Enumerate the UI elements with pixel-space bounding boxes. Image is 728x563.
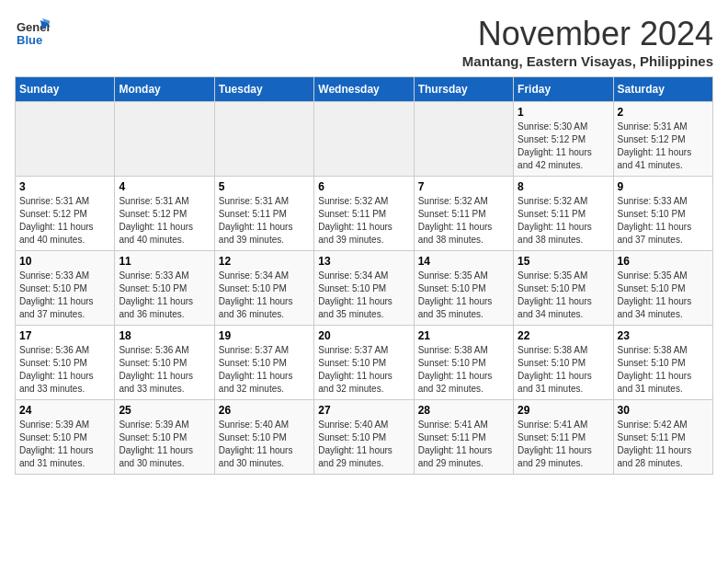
day-info: Sunrise: 5:41 AMSunset: 5:11 PMDaylight:… — [518, 419, 609, 470]
calendar-week-row: 17Sunrise: 5:36 AMSunset: 5:10 PMDayligh… — [16, 326, 713, 400]
calendar-week-row: 1Sunrise: 5:30 AMSunset: 5:12 PMDaylight… — [16, 102, 713, 177]
day-info: Sunrise: 5:40 AMSunset: 5:10 PMDaylight:… — [318, 419, 409, 470]
calendar-day-cell — [16, 102, 115, 177]
calendar-day-cell: 2Sunrise: 5:31 AMSunset: 5:12 PMDaylight… — [613, 102, 712, 177]
logo: General Blue — [15, 15, 50, 50]
day-info: Sunrise: 5:32 AMSunset: 5:11 PMDaylight:… — [518, 195, 609, 247]
calendar-table: SundayMondayTuesdayWednesdayThursdayFrid… — [15, 76, 713, 475]
day-info: Sunrise: 5:35 AMSunset: 5:10 PMDaylight:… — [618, 270, 709, 321]
calendar-day-cell: 16Sunrise: 5:35 AMSunset: 5:10 PMDayligh… — [613, 251, 712, 326]
calendar-day-cell: 9Sunrise: 5:33 AMSunset: 5:10 PMDaylight… — [613, 177, 712, 251]
calendar-day-cell: 29Sunrise: 5:41 AMSunset: 5:11 PMDayligh… — [514, 400, 613, 475]
day-number: 10 — [19, 255, 110, 268]
day-number: 18 — [119, 329, 210, 342]
calendar-day-cell: 24Sunrise: 5:39 AMSunset: 5:10 PMDayligh… — [16, 400, 115, 475]
location-subtitle: Mantang, Eastern Visayas, Philippines — [462, 53, 713, 69]
day-number: 5 — [219, 180, 310, 193]
day-info: Sunrise: 5:31 AMSunset: 5:12 PMDaylight:… — [618, 121, 709, 172]
day-info: Sunrise: 5:33 AMSunset: 5:10 PMDaylight:… — [119, 270, 210, 321]
calendar-day-cell: 25Sunrise: 5:39 AMSunset: 5:10 PMDayligh… — [115, 400, 214, 475]
calendar-day-cell: 27Sunrise: 5:40 AMSunset: 5:10 PMDayligh… — [314, 400, 414, 475]
day-number: 28 — [418, 404, 509, 417]
calendar-day-cell: 21Sunrise: 5:38 AMSunset: 5:10 PMDayligh… — [414, 326, 513, 400]
day-number: 8 — [518, 180, 609, 193]
calendar-day-cell — [115, 102, 214, 177]
day-info: Sunrise: 5:40 AMSunset: 5:10 PMDaylight:… — [219, 419, 310, 470]
day-info: Sunrise: 5:36 AMSunset: 5:10 PMDaylight:… — [119, 344, 210, 396]
day-info: Sunrise: 5:31 AMSunset: 5:12 PMDaylight:… — [19, 195, 110, 247]
day-number: 27 — [318, 404, 409, 417]
calendar-day-cell: 1Sunrise: 5:30 AMSunset: 5:12 PMDaylight… — [514, 102, 613, 177]
day-number: 4 — [119, 180, 210, 193]
calendar-day-cell: 15Sunrise: 5:35 AMSunset: 5:10 PMDayligh… — [514, 251, 613, 326]
day-number: 1 — [518, 106, 609, 119]
day-number: 23 — [618, 329, 709, 342]
calendar-day-cell: 12Sunrise: 5:34 AMSunset: 5:10 PMDayligh… — [214, 251, 313, 326]
day-info: Sunrise: 5:37 AMSunset: 5:10 PMDaylight:… — [318, 344, 409, 396]
calendar-header-row: SundayMondayTuesdayWednesdayThursdayFrid… — [16, 77, 713, 102]
calendar-day-cell: 30Sunrise: 5:42 AMSunset: 5:11 PMDayligh… — [613, 400, 712, 475]
calendar-day-cell: 14Sunrise: 5:35 AMSunset: 5:10 PMDayligh… — [414, 251, 513, 326]
day-number: 21 — [418, 329, 509, 342]
col-header-wednesday: Wednesday — [314, 77, 414, 102]
day-info: Sunrise: 5:35 AMSunset: 5:10 PMDaylight:… — [418, 270, 509, 321]
month-title: November 2024 — [462, 15, 713, 53]
calendar-day-cell: 28Sunrise: 5:41 AMSunset: 5:11 PMDayligh… — [414, 400, 513, 475]
day-number: 29 — [518, 404, 609, 417]
calendar-day-cell: 19Sunrise: 5:37 AMSunset: 5:10 PMDayligh… — [214, 326, 313, 400]
day-number: 13 — [318, 255, 409, 268]
day-number: 6 — [318, 180, 409, 193]
day-number: 3 — [19, 180, 110, 193]
day-info: Sunrise: 5:33 AMSunset: 5:10 PMDaylight:… — [618, 195, 709, 247]
calendar-day-cell: 11Sunrise: 5:33 AMSunset: 5:10 PMDayligh… — [115, 251, 214, 326]
day-info: Sunrise: 5:38 AMSunset: 5:10 PMDaylight:… — [418, 344, 509, 396]
logo-icon: General Blue — [15, 15, 50, 50]
calendar-day-cell: 4Sunrise: 5:31 AMSunset: 5:12 PMDaylight… — [115, 177, 214, 251]
day-info: Sunrise: 5:32 AMSunset: 5:11 PMDaylight:… — [318, 195, 409, 247]
page-header: General Blue November 2024 Mantang, East… — [15, 15, 713, 69]
day-number: 7 — [418, 180, 509, 193]
day-number: 12 — [219, 255, 310, 268]
day-info: Sunrise: 5:39 AMSunset: 5:10 PMDaylight:… — [19, 419, 110, 470]
calendar-day-cell: 23Sunrise: 5:38 AMSunset: 5:10 PMDayligh… — [613, 326, 712, 400]
calendar-week-row: 10Sunrise: 5:33 AMSunset: 5:10 PMDayligh… — [16, 251, 713, 326]
day-info: Sunrise: 5:30 AMSunset: 5:12 PMDaylight:… — [518, 121, 609, 172]
day-number: 25 — [119, 404, 210, 417]
day-info: Sunrise: 5:38 AMSunset: 5:10 PMDaylight:… — [518, 344, 609, 396]
day-info: Sunrise: 5:34 AMSunset: 5:10 PMDaylight:… — [318, 270, 409, 321]
day-number: 20 — [318, 329, 409, 342]
day-number: 26 — [219, 404, 310, 417]
day-number: 2 — [618, 106, 709, 119]
day-info: Sunrise: 5:33 AMSunset: 5:10 PMDaylight:… — [19, 270, 110, 321]
day-info: Sunrise: 5:35 AMSunset: 5:10 PMDaylight:… — [518, 270, 609, 321]
calendar-day-cell — [414, 102, 513, 177]
calendar-day-cell: 20Sunrise: 5:37 AMSunset: 5:10 PMDayligh… — [314, 326, 414, 400]
calendar-day-cell: 17Sunrise: 5:36 AMSunset: 5:10 PMDayligh… — [16, 326, 115, 400]
calendar-week-row: 24Sunrise: 5:39 AMSunset: 5:10 PMDayligh… — [16, 400, 713, 475]
day-number: 14 — [418, 255, 509, 268]
col-header-friday: Friday — [514, 77, 613, 102]
day-info: Sunrise: 5:42 AMSunset: 5:11 PMDaylight:… — [618, 419, 709, 470]
day-number: 30 — [618, 404, 709, 417]
calendar-day-cell — [214, 102, 313, 177]
day-number: 11 — [119, 255, 210, 268]
calendar-day-cell: 10Sunrise: 5:33 AMSunset: 5:10 PMDayligh… — [16, 251, 115, 326]
day-info: Sunrise: 5:39 AMSunset: 5:10 PMDaylight:… — [119, 419, 210, 470]
day-info: Sunrise: 5:32 AMSunset: 5:11 PMDaylight:… — [418, 195, 509, 247]
day-info: Sunrise: 5:38 AMSunset: 5:10 PMDaylight:… — [618, 344, 709, 396]
calendar-day-cell: 6Sunrise: 5:32 AMSunset: 5:11 PMDaylight… — [314, 177, 414, 251]
calendar-day-cell: 18Sunrise: 5:36 AMSunset: 5:10 PMDayligh… — [115, 326, 214, 400]
day-info: Sunrise: 5:37 AMSunset: 5:10 PMDaylight:… — [219, 344, 310, 396]
col-header-sunday: Sunday — [16, 77, 115, 102]
col-header-thursday: Thursday — [414, 77, 513, 102]
day-number: 9 — [618, 180, 709, 193]
day-number: 17 — [19, 329, 110, 342]
calendar-day-cell: 7Sunrise: 5:32 AMSunset: 5:11 PMDaylight… — [414, 177, 513, 251]
svg-text:Blue: Blue — [17, 33, 42, 47]
calendar-week-row: 3Sunrise: 5:31 AMSunset: 5:12 PMDaylight… — [16, 177, 713, 251]
calendar-day-cell — [314, 102, 414, 177]
col-header-monday: Monday — [115, 77, 214, 102]
calendar-day-cell: 3Sunrise: 5:31 AMSunset: 5:12 PMDaylight… — [16, 177, 115, 251]
day-number: 15 — [518, 255, 609, 268]
calendar-day-cell: 5Sunrise: 5:31 AMSunset: 5:11 PMDaylight… — [214, 177, 313, 251]
